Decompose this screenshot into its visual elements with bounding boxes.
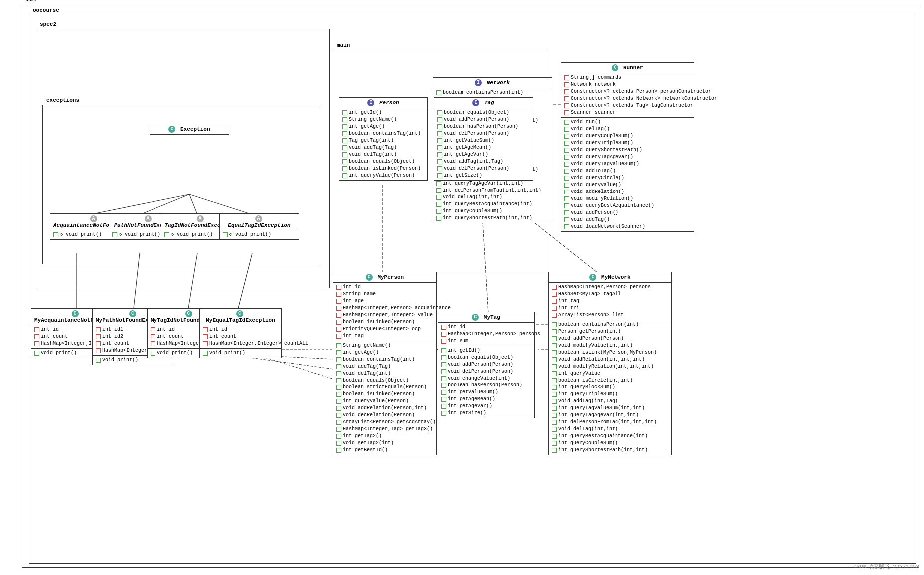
method-icon	[564, 169, 569, 174]
class-runner-header: C Runner	[561, 63, 694, 73]
method-icon	[342, 131, 347, 136]
class-person-header: I Person	[339, 98, 427, 108]
runner-fields: String[] commands Network network Constr…	[561, 73, 694, 118]
method-icon	[441, 397, 446, 402]
method-icon	[342, 152, 347, 157]
method-icon	[336, 399, 341, 404]
person-methods: int getId() String getName() int getAge(…	[339, 108, 427, 180]
watermark: CSDN @廖鹏飞-22371058	[853, 563, 919, 570]
field-icon	[564, 75, 569, 80]
myperson-type-icon: C	[366, 274, 373, 281]
my-anfe-type-icon: C	[72, 310, 79, 317]
field-icon	[552, 285, 557, 290]
method-icon	[436, 202, 441, 207]
method-icon	[342, 124, 347, 129]
method-icon	[552, 364, 557, 369]
field-icon	[34, 341, 39, 346]
method-icon	[552, 448, 557, 453]
class-mytag: C MyTag int id HashMap<Integer,Person> p…	[438, 312, 535, 418]
method-icon	[336, 420, 341, 425]
method-icon	[342, 110, 347, 115]
field-icon	[564, 96, 569, 101]
method-icon	[342, 145, 347, 150]
method-icon	[552, 378, 557, 383]
method-icon	[342, 138, 347, 143]
method-icon	[552, 399, 557, 404]
method-icon	[552, 392, 557, 397]
field-icon	[203, 327, 208, 332]
package-oocourse-label: oocourse	[31, 7, 61, 13]
method-icon	[552, 336, 557, 341]
field-icon	[441, 325, 446, 330]
mytag-fields: int id HashMap<Integer,Person> persons i…	[438, 323, 534, 346]
field-icon	[203, 341, 208, 346]
field-icon	[34, 334, 39, 339]
field-icon	[336, 313, 341, 318]
class-my-etie: C MyEqualTagIdException int id int count…	[199, 308, 282, 358]
method-icon	[564, 134, 569, 139]
method-icon	[342, 173, 347, 178]
mynetwork-methods: boolean containsPerson(int) Person getPe…	[549, 320, 671, 455]
method-icon	[437, 159, 442, 164]
network-method-16: void delTag(int,int)	[436, 194, 549, 201]
network-method-19: int queryShortestPath(int,int)	[436, 215, 549, 222]
runner-name: Runner	[623, 65, 643, 71]
method-icon	[53, 232, 58, 237]
field-icon	[336, 327, 341, 332]
network-type-icon: I	[475, 79, 482, 86]
field-icon	[564, 82, 569, 87]
field-icon	[34, 327, 39, 332]
mynetwork-name: MyNetwork	[601, 274, 630, 280]
field-icon	[151, 334, 155, 339]
method-icon	[336, 406, 341, 411]
method-icon	[336, 392, 341, 397]
method-icon	[336, 378, 341, 383]
method-icon	[441, 390, 446, 395]
field-icon	[441, 332, 446, 337]
field-icon	[151, 327, 155, 332]
method-icon	[564, 141, 569, 146]
method-icon	[552, 357, 557, 362]
method-icon	[437, 166, 442, 171]
method-icon	[436, 188, 441, 193]
method-icon	[441, 404, 446, 409]
method-icon	[437, 117, 442, 122]
method-icon	[564, 155, 569, 160]
class-my-etie-header: C MyEqualTagIdException	[200, 309, 281, 325]
method-icon	[336, 357, 341, 362]
field-icon	[336, 285, 341, 290]
package-exceptions-label: exceptions	[45, 97, 81, 103]
exception-name: Exception	[180, 126, 210, 132]
method-icon	[342, 166, 347, 171]
network-name: Network	[487, 80, 510, 86]
field-icon	[336, 299, 341, 304]
tag-type-icon: I	[472, 99, 479, 106]
method-icon	[564, 120, 569, 125]
tag-methods: boolean equals(Object) void addPerson(Pe…	[434, 108, 533, 180]
my-tnfe-type-icon: C	[185, 310, 192, 317]
method-icon	[336, 413, 341, 418]
mytag-methods: int getId() boolean equals(Object) void …	[438, 346, 534, 418]
class-equal-tagid: A EqualTagIdException ◇ void print()	[219, 213, 299, 240]
class-mytag-header: C MyTag	[438, 312, 534, 323]
method-icon	[564, 162, 569, 167]
method-icon	[552, 385, 557, 390]
method-icon	[552, 371, 557, 376]
method-icon	[336, 350, 341, 355]
package-main-label: main	[335, 42, 351, 48]
network-method-1: boolean containsPerson(int)	[436, 89, 549, 96]
mytag-name: MyTag	[484, 314, 500, 320]
method-icon	[336, 364, 341, 369]
class-myperson-header: C MyPerson	[333, 272, 436, 283]
class-mynetwork: C MyNetwork HashMap<Integer,Person> pers…	[548, 272, 672, 455]
method-icon	[552, 350, 557, 355]
field-icon	[564, 89, 569, 94]
etie-type-icon: A	[255, 215, 262, 222]
method-icon	[342, 159, 347, 164]
method-icon	[441, 348, 446, 353]
method-icon	[564, 210, 569, 215]
method-icon	[441, 369, 446, 374]
pnfe-type-icon: A	[145, 215, 152, 222]
method-icon	[436, 181, 441, 186]
method-icon	[552, 329, 557, 334]
